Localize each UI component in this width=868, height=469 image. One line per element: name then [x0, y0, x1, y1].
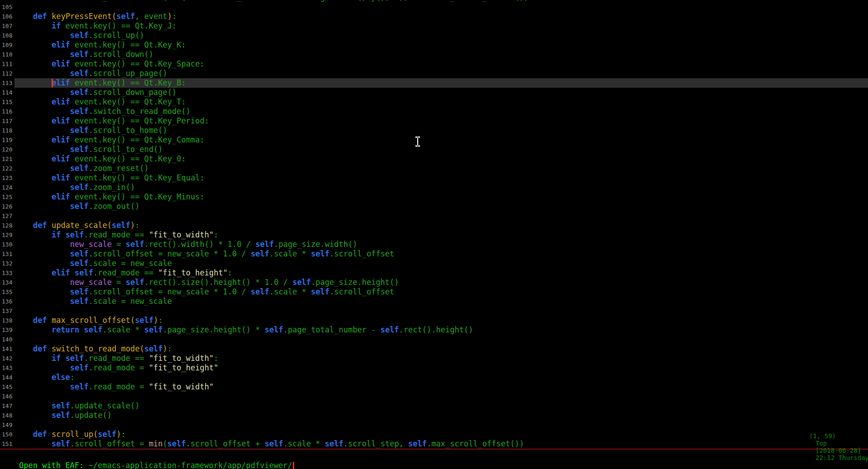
line-number: 129 — [0, 230, 14, 240]
code-line-124[interactable]: 124 self.zoom_in() — [0, 183, 868, 192]
code-text: self.update() — [14, 411, 868, 420]
code-text: self.scroll_offset = new_scale * 1.0 / s… — [14, 287, 868, 297]
code-text: elif event.key() == Qt.Key_Period: — [14, 116, 868, 126]
code-line-113[interactable]: 113 elif event.key() == Qt.Key_B: — [0, 78, 868, 88]
code-text: self.zoom_reset() — [14, 164, 868, 173]
code-text: elif event.key() == Qt.Key_Equal: — [14, 173, 868, 183]
code-line-118[interactable]: 118 self.scroll_to_home() — [0, 126, 868, 135]
line-number: 107 — [0, 21, 14, 31]
line-number: 144 — [0, 373, 14, 382]
code-buffer[interactable]: 104 self.scroll_offset = min(max(self.sc… — [0, 0, 868, 449]
code-text: def keyPressEvent(self, event): — [14, 12, 868, 21]
code-line-115[interactable]: 115 elif event.key() == Qt.Key_T: — [0, 97, 868, 107]
code-line-116[interactable]: 116 self.switch_to_read_mode() — [0, 107, 868, 116]
line-number: 147 — [0, 401, 14, 411]
code-text: self.scroll_offset = new_scale * 1.0 / s… — [14, 249, 868, 259]
line-number: 151 — [0, 439, 14, 449]
code-line-119[interactable]: 119 elif event.key() == Qt.Key_Comma: — [0, 135, 868, 145]
code-line-106[interactable]: 106 def keyPressEvent(self, event): — [0, 12, 868, 21]
line-number: 118 — [0, 126, 14, 135]
code-line-122[interactable]: 122 self.zoom_reset() — [0, 164, 868, 173]
text-cursor — [293, 462, 294, 469]
code-line-109[interactable]: 109 elif event.key() == Qt.Key_K: — [0, 40, 868, 50]
code-line-114[interactable]: 114 self.scroll_down_page() — [0, 88, 868, 97]
line-number: 133 — [0, 268, 14, 278]
code-line-127[interactable]: 127 — [0, 211, 868, 221]
code-line-105[interactable]: 105 — [0, 2, 868, 12]
line-number: 112 — [0, 69, 14, 78]
code-text: elif event.key() == Qt.Key_K: — [14, 40, 868, 50]
code-line-121[interactable]: 121 elif event.key() == Qt.Key_0: — [0, 154, 868, 164]
code-text: self.scroll_up_page() — [14, 69, 868, 78]
code-text: self.zoom_in() — [14, 183, 868, 192]
code-line-112[interactable]: 112 self.scroll_up_page() — [0, 69, 868, 78]
code-line-129[interactable]: 129 if self.read_mode == "fit_to_width": — [0, 230, 868, 240]
code-line-145[interactable]: 145 self.read_mode = "fit_to_width" — [0, 382, 868, 392]
code-text: self.scroll_to_home() — [14, 126, 868, 135]
code-text: def update_scale(self): — [14, 221, 868, 230]
code-line-147[interactable]: 147 self.update_scale() — [0, 401, 868, 411]
code-line-146[interactable]: 146 — [0, 392, 868, 401]
line-number: 128 — [0, 221, 14, 230]
minibuffer: Open with EAF: ~/emacs-application-frame… — [0, 450, 294, 460]
line-number: 146 — [0, 392, 14, 401]
code-text: elif event.key() == Qt.Key_T: — [14, 97, 868, 107]
code-line-141[interactable]: 141 def switch_to_read_mode(self): — [0, 344, 868, 354]
code-line-149[interactable]: 149 — [0, 420, 868, 430]
code-line-107[interactable]: 107 if event.key() == Qt.Key_J: — [0, 21, 868, 31]
line-number: 150 — [0, 430, 14, 439]
code-text: def switch_to_read_mode(self): — [14, 344, 868, 354]
code-text: elif event.key() == Qt.Key_Minus: — [14, 192, 868, 202]
code-line-151[interactable]: 151 self.scroll_offset = min(self.scroll… — [0, 439, 868, 449]
code-line-111[interactable]: 111 elif event.key() == Qt.Key_Space: — [0, 59, 868, 69]
code-text: else: — [14, 373, 868, 382]
code-line-139[interactable]: 139 return self.scale * self.page_size.h… — [0, 325, 868, 335]
code-text: if self.read_mode == "fit_to_width": — [14, 354, 868, 363]
line-number: 119 — [0, 135, 14, 145]
code-line-120[interactable]: 120 self.scroll_to_end() — [0, 145, 868, 154]
code-line-132[interactable]: 132 self.scale = new_scale — [0, 259, 868, 268]
code-line-117[interactable]: 117 elif event.key() == Qt.Key_Period: — [0, 116, 868, 126]
code-line-142[interactable]: 142 if self.read_mode == "fit_to_width": — [0, 354, 868, 363]
code-line-128[interactable]: 128 def update_scale(self): — [0, 221, 868, 230]
line-number: 148 — [0, 411, 14, 420]
awesome-tray: (1, 59) Top [2018-06-28] 22:12 Thursday — [794, 425, 868, 469]
text-cursor — [52, 79, 53, 87]
code-line-134[interactable]: 134 new_scale = self.rect().size().heigh… — [0, 278, 868, 287]
minibuffer-prompt: Open with EAF: — [19, 461, 89, 469]
code-text: self.scroll_down_page() — [14, 88, 868, 97]
code-line-126[interactable]: 126 self.zoom_out() — [0, 202, 868, 211]
line-number: 131 — [0, 249, 14, 259]
code-text — [14, 420, 868, 430]
line-number: 114 — [0, 88, 14, 97]
minibuffer-input[interactable]: ~/emacs-application-framework/app/pdfvie… — [88, 461, 292, 469]
code-line-143[interactable]: 143 self.read_mode = "fit_to_height" — [0, 363, 868, 373]
code-line-131[interactable]: 131 self.scroll_offset = new_scale * 1.0… — [0, 249, 868, 259]
code-text — [14, 392, 868, 401]
code-line-140[interactable]: 140 — [0, 335, 868, 344]
code-line-150[interactable]: 150 def scroll_up(self): — [0, 430, 868, 439]
code-line-108[interactable]: 108 self.scroll_up() — [0, 31, 868, 40]
code-line-135[interactable]: 135 self.scroll_offset = new_scale * 1.0… — [0, 287, 868, 297]
code-line-125[interactable]: 125 elif event.key() == Qt.Key_Minus: — [0, 192, 868, 202]
code-line-110[interactable]: 110 self.scroll_down() — [0, 50, 868, 59]
emacs-frame: 104 self.scroll_offset = min(max(self.sc… — [0, 0, 868, 469]
code-text: elif event.key() == Qt.Key_Comma: — [14, 135, 868, 145]
line-number: 123 — [0, 173, 14, 183]
line-number: 130 — [0, 240, 14, 249]
code-line-130[interactable]: 130 new_scale = self.rect().width() * 1.… — [0, 240, 868, 249]
line-number: 105 — [0, 2, 14, 12]
code-text: self.read_mode = "fit_to_width" — [14, 382, 868, 392]
code-line-148[interactable]: 148 self.update() — [0, 411, 868, 420]
line-number: 120 — [0, 145, 14, 154]
code-line-133[interactable]: 133 elif self.read_mode == "fit_to_heigh… — [0, 268, 868, 278]
code-line-138[interactable]: 138 def max_scroll_offset(self): — [0, 316, 868, 325]
code-line-137[interactable]: 137 — [0, 306, 868, 316]
code-text: self.scroll_down() — [14, 50, 868, 59]
code-line-144[interactable]: 144 else: — [0, 373, 868, 382]
code-line-136[interactable]: 136 self.scale = new_scale — [0, 297, 868, 306]
line-number: 136 — [0, 297, 14, 306]
code-line-123[interactable]: 123 elif event.key() == Qt.Key_Equal: — [0, 173, 868, 183]
line-number: 108 — [0, 31, 14, 40]
code-text: return self.scale * self.page_size.heigh… — [14, 325, 868, 335]
